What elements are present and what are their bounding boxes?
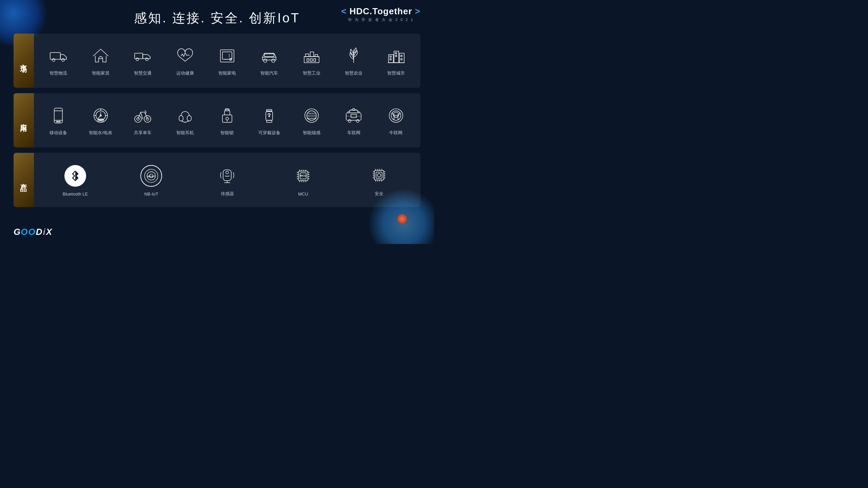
item-health: 运动健康 bbox=[164, 42, 206, 79]
svg-rect-24 bbox=[314, 59, 316, 61]
item-smarthome: 智能家居 bbox=[79, 42, 121, 79]
svg-point-83 bbox=[394, 115, 395, 116]
svg-rect-89 bbox=[223, 170, 231, 181]
label-earphone: 智能耳机 bbox=[176, 130, 194, 136]
label-wearable: 可穿戴设备 bbox=[258, 130, 280, 136]
row-product: 产品 Bluetooth LE bbox=[14, 153, 420, 207]
item-bike: 共享单车 bbox=[122, 102, 164, 139]
item-meter: 智能水/电表 bbox=[79, 102, 121, 139]
icon-home bbox=[90, 45, 112, 67]
svg-point-66 bbox=[269, 116, 270, 117]
svg-rect-32 bbox=[401, 55, 402, 57]
svg-point-74 bbox=[348, 120, 351, 122]
svg-text:SMOKE: SMOKE bbox=[308, 113, 315, 115]
svg-point-75 bbox=[356, 120, 359, 122]
icon-health bbox=[174, 45, 196, 67]
label-cattle: 牛联网 bbox=[389, 130, 402, 136]
svg-text:SENSOR: SENSOR bbox=[307, 115, 316, 117]
icon-phone bbox=[47, 105, 69, 126]
svg-rect-0 bbox=[50, 53, 60, 59]
label-appliance: 智能家电 bbox=[218, 70, 236, 76]
row-label-market-text: 市场 bbox=[19, 59, 28, 63]
svg-point-42 bbox=[100, 115, 101, 116]
row-application: 应用 移动设备 智能水/电表 共享单车 bbox=[14, 93, 420, 147]
svg-rect-23 bbox=[310, 59, 312, 61]
svg-rect-29 bbox=[390, 56, 391, 57]
svg-rect-112 bbox=[374, 170, 384, 180]
goodix-logo: GOODiX bbox=[14, 226, 53, 237]
label-bluetooth: Bluetooth LE bbox=[63, 191, 88, 197]
svg-point-57 bbox=[226, 117, 229, 120]
label-mobile: 移动设备 bbox=[50, 130, 67, 136]
hdc-logo: < HDC.Together > 华 为 开 发 者 大 会 2 0 2 1 bbox=[341, 6, 420, 22]
svg-rect-113 bbox=[376, 172, 382, 178]
svg-rect-4 bbox=[135, 53, 143, 59]
label-city: 智慧城市 bbox=[387, 70, 405, 76]
icon-traffic bbox=[132, 45, 154, 67]
svg-point-14 bbox=[263, 59, 267, 62]
svg-line-54 bbox=[181, 121, 185, 122]
item-wearable: 可穿戴设备 bbox=[248, 102, 290, 139]
row-label-product-text: 产品 bbox=[19, 178, 28, 182]
svg-rect-18 bbox=[305, 54, 309, 57]
svg-rect-19 bbox=[310, 52, 314, 57]
header: 感知. 连接. 安全. 创新IoT < HDC.Together > 华 为 开… bbox=[0, 0, 434, 27]
svg-rect-64 bbox=[267, 120, 272, 122]
item-city: 智慧城市 bbox=[375, 42, 417, 79]
icon-vehiclenet bbox=[343, 105, 364, 126]
svg-point-6 bbox=[145, 58, 148, 61]
icon-truck bbox=[47, 45, 69, 67]
icon-car bbox=[258, 45, 280, 67]
svg-rect-39 bbox=[56, 121, 60, 122]
hdc-logo-text: < HDC.Together > bbox=[341, 6, 420, 17]
icon-mcu: MCU bbox=[291, 164, 315, 188]
item-appliance: 智能家电 bbox=[206, 42, 248, 79]
item-auto: 智能汽车 bbox=[248, 42, 290, 79]
svg-rect-22 bbox=[307, 59, 309, 61]
item-industry: 智慧工业 bbox=[291, 42, 333, 79]
label-meter: 智能水/电表 bbox=[89, 130, 112, 136]
svg-rect-53 bbox=[187, 116, 191, 121]
row-label-market: 市场 bbox=[14, 34, 34, 88]
row-label-product: 产品 bbox=[14, 153, 34, 207]
item-smoke: SMOKESENSOR 智能烟感 bbox=[291, 102, 333, 139]
item-mobile: 移动设备 bbox=[37, 102, 79, 139]
svg-line-55 bbox=[185, 121, 189, 122]
icon-earphone bbox=[174, 105, 196, 126]
item-logistics: 智慧物流 bbox=[37, 42, 79, 79]
svg-point-1 bbox=[52, 59, 55, 61]
label-lock: 智能锁 bbox=[220, 130, 234, 136]
item-nbiot: NB-IoT NB-IoT bbox=[113, 161, 189, 199]
svg-rect-20 bbox=[315, 55, 318, 57]
label-agri: 智慧农业 bbox=[345, 70, 362, 76]
svg-point-2 bbox=[62, 59, 64, 61]
svg-point-90 bbox=[226, 171, 229, 174]
svg-point-84 bbox=[397, 115, 398, 116]
svg-rect-36 bbox=[54, 108, 62, 123]
bracket-left: < bbox=[341, 6, 347, 16]
svg-rect-13 bbox=[264, 54, 274, 57]
hdc-sub-text: 华 为 开 发 者 大 会 2 0 2 1 bbox=[341, 17, 420, 22]
svg-text:NB-IoT: NB-IoT bbox=[147, 175, 155, 178]
svg-rect-63 bbox=[267, 109, 272, 111]
row-items-product: Bluetooth LE NB-IoT NB-IoT bbox=[34, 153, 420, 207]
icon-sensor bbox=[215, 163, 239, 187]
svg-rect-30 bbox=[395, 53, 397, 54]
svg-point-5 bbox=[136, 58, 139, 61]
label-sensor: 传感器 bbox=[221, 191, 234, 197]
item-mcu: MCU MCU bbox=[265, 161, 341, 199]
row-items-market: 智慧物流 智能家居 智慧交通 运动健康 bbox=[34, 34, 420, 88]
main-title: 感知. 连接. 安全. 创新IoT bbox=[134, 9, 300, 27]
icon-meter bbox=[90, 105, 112, 126]
item-sensor: 传感器 bbox=[189, 160, 265, 200]
icon-cattle bbox=[385, 105, 407, 126]
row-market: 市场 智慧物流 智能家居 智慧交通 bbox=[14, 34, 420, 88]
item-agri: 智慧农业 bbox=[333, 42, 375, 79]
item-cattle: 牛联网 bbox=[375, 102, 417, 139]
item-earphone: 智能耳机 bbox=[164, 102, 206, 139]
icon-bluetooth bbox=[63, 164, 87, 188]
item-security: 安全 bbox=[341, 160, 417, 200]
icon-factory bbox=[301, 45, 322, 67]
icon-wheat bbox=[343, 45, 364, 67]
icon-appliance bbox=[216, 45, 238, 67]
